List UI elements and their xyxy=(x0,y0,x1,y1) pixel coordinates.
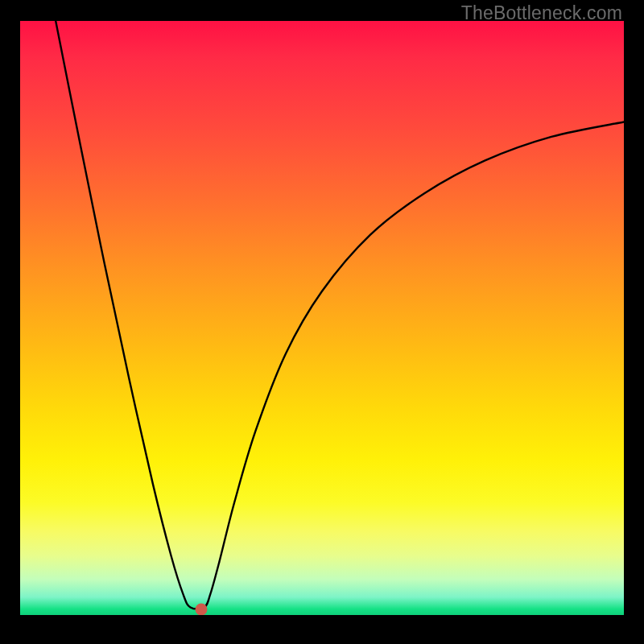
plot-area xyxy=(20,21,624,615)
bottleneck-curve xyxy=(20,21,624,615)
chart-frame: TheBottleneck.com xyxy=(0,0,644,644)
watermark-text: TheBottleneck.com xyxy=(461,2,622,24)
optimal-point-dot xyxy=(196,603,208,615)
curve-path xyxy=(53,21,624,609)
